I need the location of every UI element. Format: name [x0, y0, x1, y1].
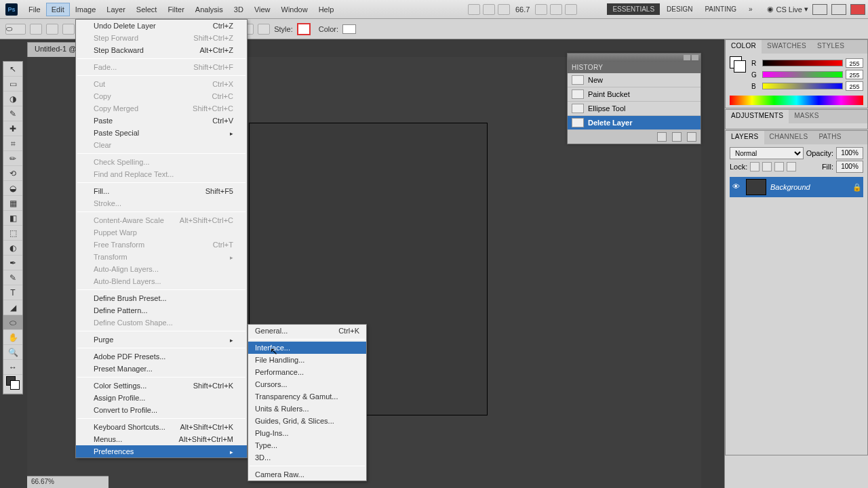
prefs-item-general---[interactable]: General...Ctrl+K	[248, 325, 366, 337]
tool-13[interactable]: ✒	[3, 256, 22, 270]
tool-4[interactable]: ✚	[3, 121, 22, 136]
edit-item-preset-manager---[interactable]: Preset Manager...	[76, 363, 247, 375]
tool-3[interactable]: ✎	[3, 106, 22, 121]
style-icon3[interactable]	[258, 24, 270, 35]
tool-16[interactable]: ◢	[3, 300, 22, 315]
prefs-item-cursors---[interactable]: Cursors...	[248, 378, 366, 390]
add-selection-icon[interactable]	[46, 24, 58, 35]
opacity-value[interactable]: 100%	[836, 147, 863, 159]
blend-mode-select[interactable]: Normal	[730, 147, 804, 159]
tool-15[interactable]: T	[3, 285, 22, 300]
prefs-item-units---rulers---[interactable]: Units & Rulers...	[248, 403, 366, 415]
fill-value[interactable]: 100%	[836, 161, 863, 173]
edit-item-menus---[interactable]: Menus...Alt+Shift+Ctrl+M	[76, 433, 247, 445]
color-swatches-tool[interactable]	[3, 375, 22, 394]
edit-item-fill---[interactable]: Fill...Shift+F5	[76, 185, 247, 197]
panel-close-icon[interactable]	[692, 55, 698, 60]
edit-item-adobe-pdf-presets---[interactable]: Adobe PDF Presets...	[76, 350, 247, 363]
menu-3d[interactable]: 3D	[229, 3, 249, 16]
lock-position-icon[interactable]	[774, 162, 784, 171]
spectrum-bar[interactable]	[730, 96, 863, 105]
edit-item-preferences[interactable]: Preferences	[76, 445, 247, 458]
workspace-design[interactable]: DESIGN	[661, 3, 698, 15]
color-swatch[interactable]	[342, 24, 356, 34]
tab-color[interactable]: COLOR	[726, 40, 762, 54]
tab-adjustments[interactable]: ADJUSTMENTS	[726, 110, 789, 123]
style-swatch[interactable]	[297, 23, 311, 35]
tool-17[interactable]: ⬭	[3, 315, 22, 330]
prefs-item-plug-ins---[interactable]: Plug-Ins...	[248, 427, 366, 439]
edit-item-convert-to-profile---[interactable]: Convert to Profile...	[76, 404, 247, 416]
menu-analysis[interactable]: Analysis	[190, 3, 229, 16]
arrange-icon[interactable]	[550, 4, 562, 15]
menu-help[interactable]: Help	[313, 3, 340, 16]
prefs-item-transparency---gamut---[interactable]: Transparency & Gamut...	[248, 390, 366, 403]
menu-view[interactable]: View	[249, 3, 276, 16]
tool-20[interactable]: ↔	[3, 360, 22, 375]
prefs-item-type---[interactable]: Type...	[248, 439, 366, 451]
zoom-dropdown[interactable]	[535, 4, 547, 15]
window-maximize[interactable]	[831, 4, 846, 15]
edit-item-undo-delete-layer[interactable]: Undo Delete LayerCtrl+Z	[76, 20, 247, 32]
edit-item-step-backward[interactable]: Step BackwardAlt+Ctrl+Z	[76, 44, 247, 56]
window-minimize[interactable]	[812, 4, 827, 15]
cslive-button[interactable]: ◉ CS Live ▾	[767, 5, 808, 14]
menu-window[interactable]: Window	[276, 3, 313, 16]
prefs-item-guides--grid----slices---[interactable]: Guides, Grid, & Slices...	[248, 415, 366, 427]
prefs-item-camera-raw---[interactable]: Camera Raw...	[248, 468, 366, 481]
tool-18[interactable]: ✋	[3, 330, 22, 345]
tool-7[interactable]: ⟲	[3, 166, 22, 181]
edit-item-assign-profile---[interactable]: Assign Profile...	[76, 392, 247, 404]
tab-channels[interactable]: CHANNELS	[764, 131, 814, 144]
edit-item-color-settings---[interactable]: Color Settings...Shift+Ctrl+K	[76, 380, 247, 392]
screen-mode-icon[interactable]	[565, 4, 577, 15]
tool-19[interactable]: 🔍	[3, 345, 22, 360]
r-slider[interactable]	[762, 60, 843, 66]
tab-swatches[interactable]: SWATCHES	[762, 40, 812, 54]
tool-5[interactable]: ⌗	[3, 136, 22, 151]
g-slider[interactable]	[762, 71, 843, 78]
mb-icon[interactable]	[468, 4, 480, 15]
tool-9[interactable]: ▦	[3, 196, 22, 211]
history-item-delete-layer[interactable]: Delete Layer	[568, 116, 701, 130]
tab-styles[interactable]: STYLES	[812, 40, 850, 54]
edit-item-define-pattern---[interactable]: Define Pattern...	[76, 304, 247, 317]
layer-row-background[interactable]: 👁 Background 🔒	[730, 177, 863, 197]
menu-file[interactable]: File	[23, 3, 46, 16]
lock-transparent-icon[interactable]	[750, 162, 760, 171]
lock-image-icon[interactable]	[762, 162, 772, 171]
menu-select[interactable]: Select	[131, 3, 163, 16]
tool-11[interactable]: ⬚	[3, 226, 22, 241]
edit-item-keyboard-shortcuts---[interactable]: Keyboard Shortcuts...Alt+Shift+Ctrl+K	[76, 421, 247, 433]
tool-6[interactable]: ✏	[3, 151, 22, 166]
tool-preset-icon[interactable]: ⬭	[5, 24, 26, 35]
tool-10[interactable]: ◧	[3, 211, 22, 226]
edit-item-paste[interactable]: PasteCtrl+V	[76, 115, 247, 127]
tab-masks[interactable]: MASKS	[789, 110, 825, 123]
prefs-item-file-handling---[interactable]: File Handling...	[248, 354, 366, 366]
new-selection-icon[interactable]	[30, 24, 42, 35]
workspace-more[interactable]: »	[743, 3, 758, 15]
view-extras-icon[interactable]	[498, 4, 510, 15]
history-item-paint-bucket[interactable]: Paint Bucket	[568, 87, 701, 102]
menu-image[interactable]: Image	[70, 3, 102, 16]
history-new-doc-icon[interactable]	[672, 132, 682, 142]
workspace-essentials[interactable]: ESSENTIALS	[607, 3, 660, 15]
b-value[interactable]: 255	[846, 81, 863, 91]
lock-all-icon[interactable]	[787, 162, 796, 171]
menu-filter[interactable]: Filter	[162, 3, 189, 16]
history-delete-icon[interactable]	[687, 132, 696, 142]
history-item-new[interactable]: New	[568, 73, 701, 87]
tool-12[interactable]: ◐	[3, 241, 22, 256]
history-item-ellipse-tool[interactable]: Ellipse Tool	[568, 102, 701, 116]
tool-0[interactable]: ↖	[3, 62, 22, 77]
tab-paths[interactable]: PATHS	[813, 131, 846, 144]
b-slider[interactable]	[762, 83, 843, 89]
g-value[interactable]: 255	[846, 70, 863, 79]
tool-2[interactable]: ◑	[3, 92, 22, 106]
tool-14[interactable]: ✎	[3, 270, 22, 285]
workspace-painting[interactable]: PAINTING	[699, 3, 741, 15]
tool-1[interactable]: ▭	[3, 77, 22, 92]
r-value[interactable]: 255	[846, 58, 863, 68]
history-new-snapshot-icon[interactable]	[657, 132, 667, 142]
